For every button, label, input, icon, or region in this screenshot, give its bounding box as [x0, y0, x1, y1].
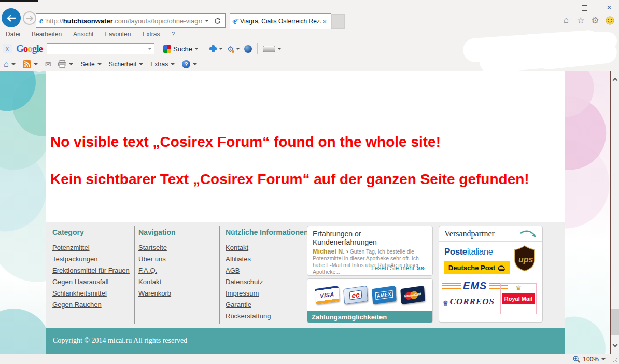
chevron-down-icon[interactable]	[148, 48, 152, 50]
read-more-link[interactable]: Lesen Sie mehr	[371, 264, 415, 272]
footer-link[interactable]: Über uns	[138, 255, 176, 263]
security-menu-button[interactable]: Sicherheit	[105, 59, 147, 69]
url-dropdown-button[interactable]	[202, 20, 212, 22]
screen-notch	[0, 0, 38, 2]
titlebar-quick-icons: ⌂ ☆ ⚙	[561, 15, 615, 25]
home-button[interactable]: ⌂	[561, 15, 571, 25]
rss-icon	[23, 60, 31, 68]
back-button[interactable]	[2, 8, 21, 27]
footer-column-navigation: Navigation Startseite Über uns F.A.Q. Ko…	[138, 228, 176, 301]
copyright-bar: Copyright © 2014 mical.ru All rights res…	[46, 328, 565, 354]
print-button[interactable]	[54, 59, 77, 69]
browser-tab[interactable]: e Viagra, Cialis Osterreich Rez... ×	[230, 13, 331, 29]
status-bar: 100%	[0, 354, 619, 364]
options-button[interactable]: ⚙	[225, 44, 242, 54]
footer-link[interactable]: Gegen Rauchen	[52, 301, 130, 309]
posthorn-icon	[497, 264, 505, 271]
erased-area	[573, 32, 617, 50]
rss-feeds-button[interactable]	[19, 59, 41, 70]
menu-bar: Datei Bearbeiten Ansicht Favoriten Extra…	[0, 30, 180, 40]
vertical-scrollbar[interactable]	[610, 71, 619, 354]
minimize-icon	[556, 8, 562, 8]
scroll-up-button[interactable]	[611, 75, 619, 84]
toolbar-close-button[interactable]: x	[3, 44, 12, 53]
footer-link[interactable]: Potenzmittel	[52, 244, 130, 251]
ie-icon: e	[233, 17, 237, 25]
share-button[interactable]	[207, 44, 225, 53]
footer-link[interactable]: Schlankheitsmittel	[52, 289, 130, 297]
footer-link[interactable]: Testpackungen	[52, 255, 130, 263]
double-chevron-icon: »»	[416, 263, 424, 272]
footer-column-useful-info: Nützliche Informationen Kontakt Affiliat…	[226, 228, 308, 324]
testimonial-title: Erfahrungen or Kundenerfahrungen	[313, 230, 427, 246]
menu-item-bearbeiten[interactable]: Bearbeiten	[26, 30, 67, 40]
scrollbar-thumb[interactable]	[611, 309, 619, 335]
home-page-button[interactable]: ⌂	[0, 59, 19, 70]
payment-methods-box: VISA ec AMEX MasterCard Zahlungsmöglichk…	[307, 278, 433, 323]
close-button[interactable]: ×	[603, 3, 615, 12]
footer-link[interactable]: Warenkorb	[138, 289, 176, 297]
smiley-feedback-button[interactable]	[604, 15, 615, 25]
settings-gear-button[interactable]: ⚙	[590, 15, 600, 25]
forward-button[interactable]	[23, 11, 36, 25]
zoom-magnifier-icon	[573, 356, 580, 363]
curved-arrow-icon	[519, 229, 537, 239]
maximize-icon	[582, 5, 587, 11]
footer-link[interactable]: AGB	[226, 267, 308, 274]
maximize-button[interactable]	[579, 3, 590, 12]
toolbar-separator	[257, 43, 258, 54]
google-search-input[interactable]	[49, 45, 148, 53]
poste-italiane-logo: Posteitaliane	[444, 247, 493, 257]
google-earth-button[interactable]	[242, 44, 254, 54]
footer-link[interactable]: Rückerstattung	[226, 312, 308, 320]
menu-item-ansicht[interactable]: Ansicht	[67, 30, 99, 40]
ems-stripes	[442, 283, 461, 289]
browser-window: e http://hutchisonwater.com/layouts/topi…	[0, 0, 619, 364]
footer-link[interactable]: Impressum	[226, 289, 308, 297]
url-path: .com/layouts/topic/ohne-viagra-ge	[113, 17, 202, 25]
page-menu-button[interactable]: Seite	[77, 59, 105, 69]
help-menu-button[interactable]: ?	[178, 59, 201, 70]
footer-link[interactable]: Gegen Haarausfall	[52, 278, 130, 286]
resize-grip[interactable]	[613, 358, 618, 363]
visa-card-logo: VISA	[315, 286, 340, 304]
menu-item-extras[interactable]: Extras	[136, 30, 165, 40]
footer-link[interactable]: Kontakt	[138, 278, 176, 286]
decorative-background-left	[0, 71, 46, 354]
footer-link[interactable]: Datenschutz	[226, 278, 308, 286]
footer-link[interactable]: Kontakt	[226, 244, 308, 251]
refresh-button[interactable]	[212, 14, 223, 27]
menu-item-datei[interactable]: Datei	[0, 30, 26, 40]
google-search-box	[47, 43, 154, 54]
payment-cards-row: VISA ec AMEX MasterCard	[307, 287, 432, 303]
tab-title: Viagra, Cialis Osterreich Rez...	[240, 18, 321, 25]
tools-menu-button[interactable]: Extras	[147, 59, 178, 69]
notice-text-german: Kein sichtbarer Text „Cosirex Forum“ auf…	[50, 171, 529, 188]
tab-close-button[interactable]: ×	[321, 18, 328, 25]
menu-item-favoriten[interactable]: Favoriten	[99, 30, 136, 40]
footer-link[interactable]: Affiliates	[226, 255, 308, 263]
help-icon: ?	[182, 60, 190, 68]
footer-link[interactable]: Startseite	[138, 244, 176, 251]
smiley-icon	[606, 16, 614, 25]
footer-link[interactable]: Garantie	[226, 301, 308, 309]
correos-logo: ♛ CORREOS	[442, 297, 495, 307]
read-mail-button[interactable]: ✉	[41, 59, 55, 70]
footer-link[interactable]: F.A.Q.	[138, 267, 176, 274]
zoom-control[interactable]: 100%	[573, 356, 606, 363]
address-bar[interactable]: e http://hutchisonwater.com/layouts/topi…	[36, 13, 226, 28]
google-search-button[interactable]: Suche	[161, 44, 201, 54]
footer-heading: Category	[52, 228, 130, 236]
scroll-down-button[interactable]	[611, 342, 619, 351]
window-controls: ×	[554, 3, 615, 12]
chevron-down-icon	[97, 63, 102, 65]
menu-item-help[interactable]: ?	[165, 30, 180, 40]
minimize-button[interactable]	[554, 3, 565, 12]
shipping-header: Versandpartner	[439, 226, 542, 242]
footer-link[interactable]: Erektionsmittel für Frauen	[52, 267, 130, 274]
autofill-button[interactable]	[261, 45, 284, 53]
footer-divider	[134, 226, 135, 324]
crown-icon: ♛	[515, 285, 522, 292]
new-tab-button[interactable]	[331, 14, 345, 29]
favorites-star-button[interactable]: ☆	[575, 15, 586, 25]
